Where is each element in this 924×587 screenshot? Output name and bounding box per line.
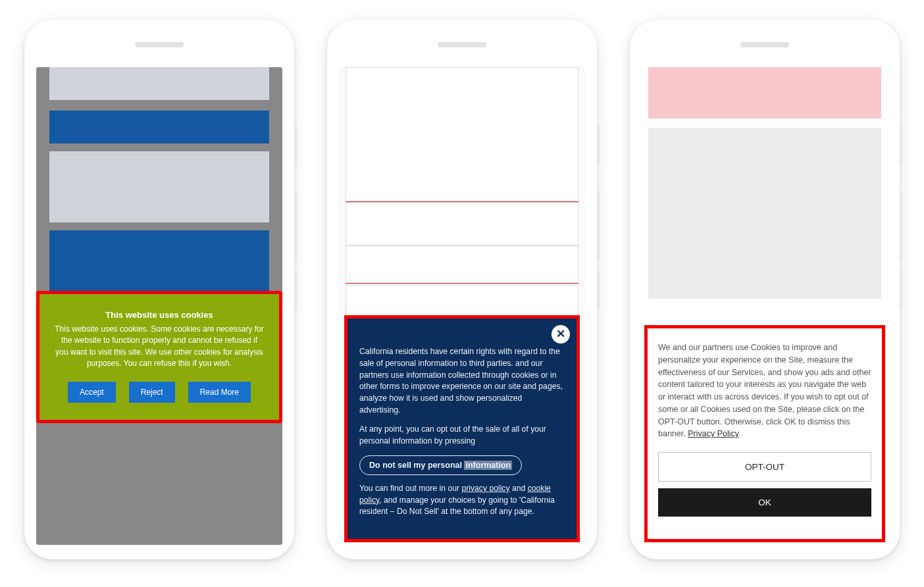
ok-button[interactable]: OK bbox=[658, 488, 871, 517]
placeholder-block bbox=[346, 67, 578, 202]
phone-side-button bbox=[900, 125, 902, 165]
placeholder-block bbox=[49, 67, 269, 100]
close-icon[interactable]: ✕ bbox=[552, 325, 570, 344]
phone-speaker bbox=[438, 42, 486, 47]
placeholder-block bbox=[49, 151, 269, 222]
reject-button[interactable]: Reject bbox=[129, 382, 175, 403]
text-highlight: information bbox=[464, 461, 512, 470]
placeholder-block bbox=[648, 128, 881, 299]
privacy-policy-link[interactable]: privacy policy bbox=[461, 484, 509, 493]
cookie-banner-paragraph: At any point, you can opt out of the sal… bbox=[359, 424, 565, 447]
highlight-frame: ✕ California residents have certain righ… bbox=[344, 315, 580, 542]
phone-mockup-2: ✕ California residents have certain righ… bbox=[327, 20, 597, 559]
cookie-banner-1: This website uses cookies This website u… bbox=[39, 294, 279, 420]
phone-mockup-3: We and our partners use Cookies to impro… bbox=[630, 20, 900, 559]
phone-screen-2: ✕ California residents have certain righ… bbox=[339, 67, 585, 545]
text: You can find out more in our bbox=[359, 484, 461, 493]
phone-side-button bbox=[900, 191, 902, 260]
placeholder-block bbox=[648, 67, 881, 118]
text: and bbox=[510, 484, 528, 493]
privacy-policy-link[interactable]: Privacy Policy bbox=[688, 429, 739, 438]
placeholder-block bbox=[346, 202, 578, 245]
do-not-sell-button[interactable]: Do not sell my personal information bbox=[359, 455, 522, 475]
phone-side-button bbox=[597, 191, 600, 260]
cookie-banner-paragraph: California residents have certain rights… bbox=[359, 346, 565, 416]
phone-screen-1: This website uses cookies This website u… bbox=[36, 67, 282, 545]
phone-side-button bbox=[597, 125, 600, 165]
opt-out-button[interactable]: OPT-OUT bbox=[658, 452, 871, 482]
highlight-frame: We and our partners use Cookies to impro… bbox=[644, 325, 885, 542]
cookie-banner-paragraph: We and our partners use Cookies to impro… bbox=[658, 342, 871, 440]
phone-side-button bbox=[294, 270, 297, 309]
phone-side-button bbox=[294, 125, 297, 165]
text: Do not sell my personal bbox=[369, 461, 464, 470]
cookie-banner-text: This website uses cookies. Some cookies … bbox=[54, 324, 265, 370]
cookie-banner-paragraph: You can find out more in our privacy pol… bbox=[359, 483, 565, 518]
phone-side-button bbox=[597, 270, 600, 309]
text: We and our partners use Cookies to impro… bbox=[658, 343, 871, 438]
placeholder-block bbox=[346, 245, 578, 284]
divider-line bbox=[346, 283, 578, 284]
read-more-button[interactable]: Read More bbox=[188, 382, 251, 403]
highlight-frame: This website uses cookies This website u… bbox=[36, 291, 282, 423]
cookie-banner-actions: Accept Reject Read More bbox=[54, 382, 265, 403]
text: , and manage your choices by going to 'C… bbox=[359, 496, 555, 517]
cookie-banner-title: This website uses cookies bbox=[54, 310, 265, 320]
phone-speaker bbox=[135, 42, 184, 47]
cookie-banner-3: We and our partners use Cookies to impro… bbox=[648, 328, 882, 539]
phone-speaker bbox=[740, 42, 789, 47]
placeholder-block bbox=[49, 111, 269, 143]
phone-side-button bbox=[294, 191, 297, 260]
phone-mockup-1: This website uses cookies This website u… bbox=[24, 20, 294, 559]
phone-screen-3: We and our partners use Cookies to impro… bbox=[642, 67, 888, 545]
cookie-banner-2: ✕ California residents have certain righ… bbox=[347, 319, 577, 539]
accept-button[interactable]: Accept bbox=[68, 382, 116, 403]
phone-side-button bbox=[900, 270, 902, 309]
